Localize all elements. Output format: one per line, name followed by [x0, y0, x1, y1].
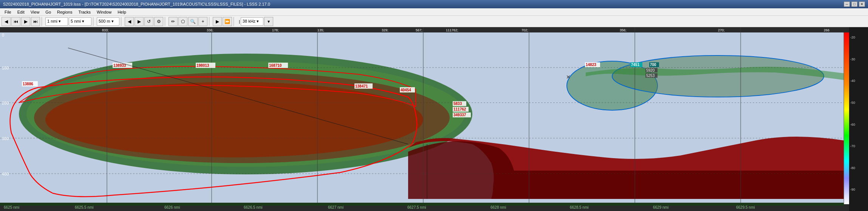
window-controls: ─ □ ✕ [844, 2, 865, 7]
freq-settings-button[interactable]: ▾ [264, 17, 273, 26]
svg-text:5920: 5920 [646, 68, 655, 72]
svg-text:336;: 336; [207, 28, 214, 32]
separator-2 [93, 17, 95, 26]
settings-button[interactable]: ⚙ [154, 17, 163, 26]
svg-text:702;: 702; [521, 28, 528, 32]
svg-text:6626 nmi: 6626 nmi [164, 205, 180, 209]
svg-text:-20: -20 [850, 35, 855, 39]
svg-text:833;: 833; [102, 28, 109, 32]
refresh-button[interactable]: ↺ [144, 17, 153, 26]
svg-text:400: 400 [2, 172, 9, 176]
scale-1nmi-dropdown[interactable]: 1 nmi ▾ [45, 17, 68, 26]
svg-text:-90: -90 [850, 188, 855, 191]
separator-1 [42, 17, 44, 26]
nav-play-button[interactable]: ▶ [21, 17, 30, 26]
svg-text:700: 700 [650, 63, 656, 67]
svg-text:300: 300 [2, 136, 9, 141]
svg-text:329;: 329; [382, 28, 388, 32]
svg-rect-3 [844, 32, 849, 204]
minimize-button[interactable]: ─ [844, 2, 850, 7]
svg-text:14823: 14823 [586, 63, 596, 67]
svg-text:5253: 5253 [646, 74, 655, 78]
svg-text:-40: -40 [850, 79, 855, 83]
svg-text:138471: 138471 [355, 84, 368, 88]
menu-go[interactable]: Go [42, 8, 54, 16]
svg-text:40454: 40454 [401, 88, 411, 92]
svg-text:200: 200 [2, 101, 9, 105]
svg-point-9 [45, 82, 423, 157]
svg-text:7451: 7451 [631, 63, 640, 67]
menu-help[interactable]: Help [114, 8, 129, 16]
echogram-svg: 0 100 200 300 400 833; 336; 178; 135; 32… [0, 27, 868, 211]
window-title: S2024002018_PIOHANHJORT_1019.lsss - [D:\… [3, 2, 844, 6]
svg-text:270;: 270; [718, 28, 725, 32]
maximize-button[interactable]: □ [851, 2, 857, 7]
svg-text:168710: 168710 [269, 63, 282, 68]
separator-6 [234, 17, 236, 26]
polygon-tool-button[interactable]: ⬠ [178, 17, 187, 26]
menu-file[interactable]: File [2, 8, 14, 16]
menu-edit[interactable]: Edit [14, 8, 28, 16]
svg-text:6625.5 nmi: 6625.5 nmi [75, 205, 93, 209]
svg-text:-30: -30 [850, 57, 855, 61]
svg-text:6626.5 nmi: 6626.5 nmi [244, 205, 262, 209]
add-button[interactable]: + [198, 17, 207, 26]
svg-text:6627 nmi: 6627 nmi [328, 205, 343, 209]
svg-text:0: 0 [2, 33, 4, 37]
svg-text:349337: 349337 [453, 113, 466, 117]
nav-play-back-button[interactable]: ⏮ [11, 17, 20, 26]
svg-text:6629 nmi: 6629 nmi [653, 205, 668, 209]
nav-fwd-button[interactable]: ⏭ [31, 17, 40, 26]
nav-back-button[interactable]: ◀ [2, 17, 11, 26]
svg-text:356;: 356; [620, 28, 627, 32]
scale-500m-dropdown[interactable]: 500 m ▾ [97, 17, 119, 26]
svg-text:178;: 178; [272, 28, 279, 32]
svg-text:✕: ✕ [566, 74, 571, 80]
nav-step-back-button[interactable]: ◀ [125, 17, 134, 26]
nav-step-fwd-button[interactable]: ▶ [135, 17, 144, 26]
svg-text:-80: -80 [850, 166, 855, 170]
scale-5nmi-dropdown[interactable]: 5 nmi ▾ [69, 17, 91, 26]
freq-dropdown[interactable]: 38 kHz ▾ [241, 17, 263, 26]
svg-text:-70: -70 [850, 144, 855, 148]
fwd-echogram-button[interactable]: ⏩ [223, 17, 232, 26]
menu-bar: File Edit View Go Regions Tracks Window … [0, 8, 868, 16]
svg-text:6625 nmi: 6625 nmi [4, 205, 19, 209]
freq-selector[interactable]: | 38 kHz ▾ ▾ [237, 17, 275, 26]
freq-icon: | [239, 19, 240, 24]
svg-text:13886: 13886 [23, 82, 33, 86]
svg-text:6629.5 nmi: 6629.5 nmi [736, 205, 755, 209]
toolbar: ◀ ⏮ ▶ ⏭ 1 nmi ▾ 5 nmi ▾ 500 m ▾ ◀ ▶ ↺ ⚙ … [0, 16, 868, 27]
svg-rect-83 [0, 203, 844, 206]
play-echogram-button[interactable]: ▶ [213, 17, 222, 26]
svg-text:-50: -50 [850, 101, 855, 105]
svg-text:135;: 135; [317, 28, 324, 32]
svg-rect-4 [849, 27, 868, 211]
echogram-view[interactable]: 0 100 200 300 400 833; 336; 178; 135; 32… [0, 27, 868, 211]
svg-text:111762: 111762 [453, 107, 466, 111]
svg-text:6628 nmi: 6628 nmi [490, 205, 506, 209]
svg-text:100: 100 [2, 66, 9, 70]
svg-text:111762;: 111762; [446, 28, 458, 32]
title-bar: S2024002018_PIOHANHJORT_1019.lsss - [D:\… [0, 0, 868, 8]
svg-text:6628.5 nmi: 6628.5 nmi [570, 205, 588, 209]
menu-regions[interactable]: Regions [54, 8, 75, 16]
svg-text:-60: -60 [850, 123, 855, 126]
close-button[interactable]: ✕ [859, 2, 865, 7]
separator-5 [209, 17, 211, 26]
separator-4 [165, 17, 167, 26]
menu-view[interactable]: View [28, 8, 43, 16]
zoom-button[interactable]: 🔍 [188, 17, 198, 26]
svg-text:567;: 567; [416, 28, 422, 32]
separator-3 [121, 17, 123, 26]
menu-tracks[interactable]: Tracks [75, 8, 94, 16]
draw-tool-button[interactable]: ✏ [169, 17, 178, 26]
svg-text:266: 266 [824, 28, 829, 32]
menu-window[interactable]: Window [94, 8, 114, 16]
svg-text:198013: 198013 [196, 63, 209, 68]
svg-text:5833: 5833 [453, 102, 462, 106]
svg-text:6627.5 nmi: 6627.5 nmi [407, 205, 426, 209]
